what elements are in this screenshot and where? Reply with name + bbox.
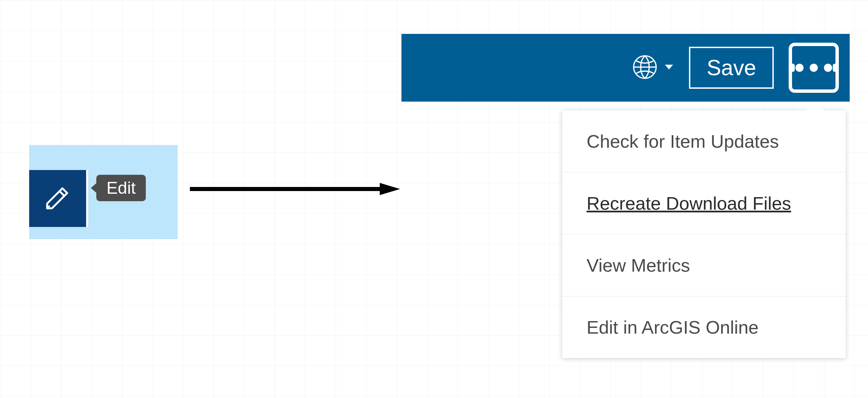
documentation-canvas: Edit bbox=[0, 0, 868, 398]
menu-item-recreate-download-files[interactable]: Recreate Download Files bbox=[562, 172, 846, 234]
editor-topbar: Save bbox=[401, 34, 850, 102]
save-button[interactable]: Save bbox=[689, 47, 774, 89]
more-options-button[interactable] bbox=[789, 43, 839, 93]
dot-icon bbox=[795, 64, 804, 72]
caret-down-icon bbox=[664, 62, 674, 74]
dot-icon bbox=[810, 64, 818, 72]
svg-marker-1 bbox=[380, 183, 400, 195]
edit-tooltip: Edit bbox=[96, 175, 146, 201]
menu-item-label: Check for Item Updates bbox=[587, 131, 779, 151]
tooltip-text: Edit bbox=[106, 179, 136, 197]
menu-item-label: View Metrics bbox=[587, 255, 690, 275]
flow-arrow bbox=[190, 182, 400, 196]
ellipsis-icon bbox=[795, 64, 832, 72]
menu-item-label: Edit in ArcGIS Online bbox=[587, 317, 758, 337]
menu-item-view-metrics[interactable]: View Metrics bbox=[562, 234, 846, 296]
edit-button[interactable] bbox=[29, 170, 86, 227]
editor-panel: Save Check for Item Updates Recreate Dow… bbox=[401, 34, 850, 102]
dot-icon bbox=[824, 64, 832, 72]
svg-marker-3 bbox=[665, 65, 673, 69]
more-options-menu: Check for Item Updates Recreate Download… bbox=[562, 110, 846, 358]
globe-icon bbox=[632, 54, 658, 81]
save-button-label: Save bbox=[707, 56, 756, 80]
menu-item-edit-in-arcgis-online[interactable]: Edit in ArcGIS Online bbox=[562, 296, 846, 358]
dropdown-pointer bbox=[806, 102, 824, 110]
menu-item-check-updates[interactable]: Check for Item Updates bbox=[562, 110, 846, 172]
more-icon-cap-right bbox=[833, 64, 839, 72]
menu-item-label: Recreate Download Files bbox=[587, 193, 791, 213]
sharing-dropdown[interactable] bbox=[632, 54, 674, 81]
pencil-icon bbox=[42, 183, 73, 214]
more-icon-cap-left bbox=[789, 64, 795, 72]
